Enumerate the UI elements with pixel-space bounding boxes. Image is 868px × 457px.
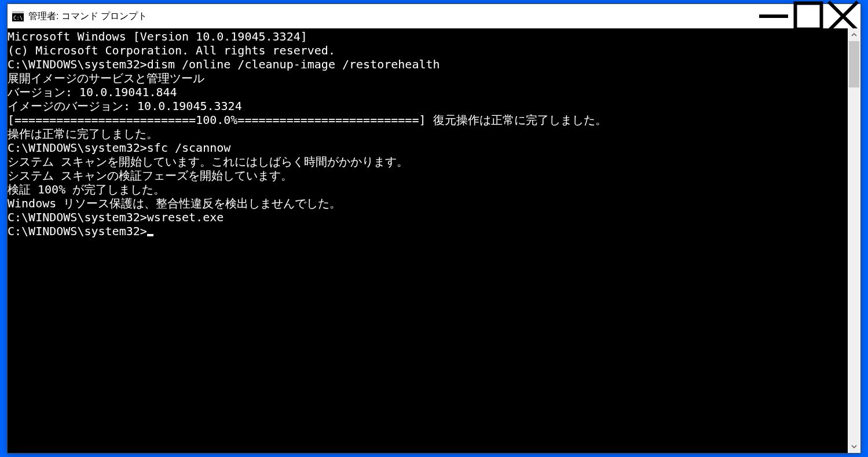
terminal-line: [==========================100.0%=======… bbox=[8, 113, 848, 127]
terminal-line: 展開イメージのサービスと管理ツール bbox=[8, 71, 848, 85]
terminal-line: C:\WINDOWS\system32>wsreset.exe bbox=[8, 210, 848, 224]
terminal-line: バージョン: 10.0.19041.844 bbox=[8, 85, 848, 99]
svg-rect-4 bbox=[796, 3, 822, 30]
maximize-button[interactable] bbox=[791, 4, 826, 28]
terminal-line: 操作は正常に完了しました。 bbox=[8, 127, 848, 141]
cursor bbox=[147, 234, 153, 236]
titlebar[interactable]: C:\ 管理者: コマンド プロンプト bbox=[8, 4, 860, 28]
terminal-line: C:\WINDOWS\system32>sfc /scannow bbox=[8, 141, 848, 155]
close-button[interactable] bbox=[826, 4, 860, 28]
terminal-line: C:\WINDOWS\system32>dism /online /cleanu… bbox=[8, 57, 848, 71]
terminal-line: (c) Microsoft Corporation. All rights re… bbox=[8, 43, 848, 57]
terminal-line: Windows リソース保護は、整合性違反を検出しませんでした。 bbox=[8, 196, 848, 210]
terminal-line: C:\WINDOWS\system32> bbox=[8, 224, 848, 238]
window-controls bbox=[756, 4, 860, 28]
minimize-button[interactable] bbox=[756, 4, 791, 28]
command-prompt-window: C:\ 管理者: コマンド プロンプト Microsoft Windows [V… bbox=[7, 3, 861, 454]
terminal-line: イメージのバージョン: 10.0.19045.3324 bbox=[8, 99, 848, 113]
window-title: 管理者: コマンド プロンプト bbox=[28, 10, 147, 23]
client-area: Microsoft Windows [Version 10.0.19045.33… bbox=[8, 28, 860, 453]
svg-rect-1 bbox=[12, 11, 24, 13]
scroll-thumb[interactable] bbox=[849, 41, 859, 87]
vertical-scrollbar[interactable] bbox=[848, 28, 860, 453]
scroll-down-button[interactable] bbox=[848, 440, 860, 453]
terminal-line: Microsoft Windows [Version 10.0.19045.33… bbox=[8, 30, 848, 43]
terminal-line: 検証 100% が完了しました。 bbox=[8, 182, 848, 196]
terminal-line: システム スキャンの検証フェーズを開始しています。 bbox=[8, 169, 848, 182]
scroll-up-button[interactable] bbox=[848, 28, 860, 41]
terminal-line: システム スキャンを開始しています。これにはしばらく時間がかかります。 bbox=[8, 155, 848, 169]
svg-text:C:\: C:\ bbox=[13, 15, 23, 21]
terminal-output[interactable]: Microsoft Windows [Version 10.0.19045.33… bbox=[8, 28, 848, 453]
cmd-icon: C:\ bbox=[12, 11, 24, 21]
